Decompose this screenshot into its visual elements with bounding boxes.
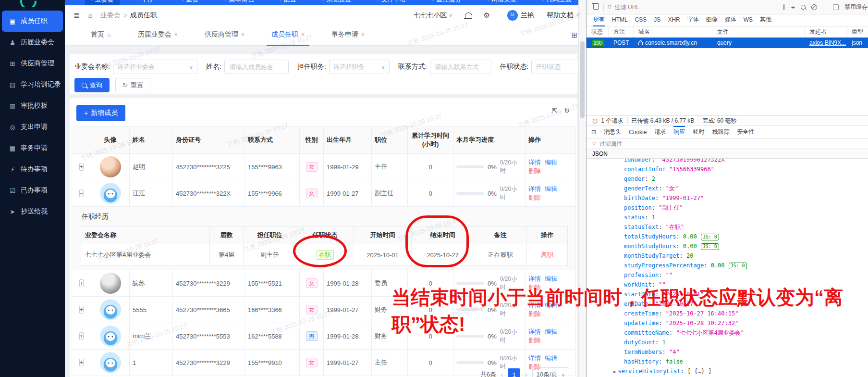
tab-response[interactable]: 响应 — [673, 126, 685, 138]
col-type[interactable]: 类型 — [847, 26, 868, 38]
name-input[interactable] — [229, 63, 284, 71]
tab-supplier-management[interactable]: 供应商管理× — [200, 25, 249, 46]
topmenu-item-system-settings[interactable]: ▫系统设置 — [317, 0, 357, 5]
expand-toggle[interactable]: + — [79, 279, 84, 287]
fullscreen-icon[interactable]: ⇱ — [552, 107, 558, 114]
json-prop[interactable]: gender: 2 — [587, 174, 868, 184]
delete-link[interactable]: 删除 — [528, 337, 541, 344]
expand-toggle[interactable]: + — [79, 163, 84, 171]
url-filter-input[interactable] — [614, 3, 688, 11]
block-icon[interactable] — [811, 4, 817, 10]
topmenu-item-committee[interactable]: ▫业委会 — [85, 0, 120, 5]
network-request-row[interactable]: 200 POST console.smartxfjy.cn query axio… — [587, 38, 868, 48]
delete-link[interactable]: 删除 — [528, 194, 541, 201]
detail-link[interactable]: 详情 — [528, 275, 541, 282]
page-number[interactable]: 1 — [508, 368, 520, 377]
search-icon[interactable] — [801, 5, 806, 10]
add-member-button[interactable]: +新增成员 — [76, 105, 125, 121]
col-status[interactable]: 状态 — [587, 26, 609, 38]
filter-tab-all[interactable]: 所有 — [593, 13, 605, 26]
dock-icon[interactable]: ⊡ — [591, 129, 596, 136]
detail-link[interactable]: 详情 — [528, 185, 541, 192]
duty-select[interactable]: 请选择职务∨ — [329, 60, 390, 74]
disable-cache-checkbox[interactable] — [833, 4, 839, 10]
sidebar-item-approval-templates[interactable]: ▥审批模板 — [2, 95, 63, 116]
topmenu-item-config[interactable]: ▫配置 — [274, 0, 302, 5]
delete-link[interactable]: 删除 — [528, 167, 541, 175]
tab-stacktrace[interactable]: 栈跟踪 — [712, 126, 729, 138]
col-initiator[interactable]: 发起者 — [805, 26, 847, 38]
detail-link[interactable]: 详情 — [528, 354, 541, 362]
contact-input[interactable] — [434, 63, 487, 71]
edit-link[interactable]: 编辑 — [545, 159, 557, 166]
tab-cookie[interactable]: Cookie — [629, 126, 647, 138]
close-icon[interactable]: × — [174, 31, 178, 38]
filter-tab-fonts[interactable]: 字体 — [687, 13, 699, 26]
json-prop[interactable]: totalStudyHours: 0.00JS: 0 — [587, 232, 868, 241]
tab-security[interactable]: 安全性 — [737, 126, 754, 138]
topmenu-item-file-center[interactable]: ▫文件中心 — [371, 0, 412, 5]
user-menu[interactable]: 兰兰艳 — [507, 10, 534, 21]
filter-tab-images[interactable]: 图像 — [706, 13, 718, 26]
col-domain[interactable]: 域名 — [634, 26, 712, 38]
json-prop[interactable]: position: "副主任" — [587, 203, 868, 213]
notification-bell-icon[interactable] — [465, 13, 472, 18]
edit-link[interactable]: 编辑 — [545, 275, 557, 282]
page-size-select[interactable]: 10条/页∨ — [532, 367, 569, 377]
breadcrumb-section[interactable]: 业委会 — [100, 11, 121, 20]
resign-link[interactable]: 离职 — [541, 251, 553, 258]
close-icon[interactable]: × — [301, 31, 305, 38]
topmenu-item-supervision[interactable]: ▫监督 — [176, 0, 205, 5]
help-doc-link[interactable]: 帮助文档《 — [547, 11, 580, 20]
json-prop[interactable]: hasHistory: false — [587, 357, 868, 366]
json-prop[interactable]: monthStudyTarget: 20 — [587, 251, 868, 261]
json-prop[interactable]: birthDate: "1999-01-27" — [587, 193, 868, 203]
scrollbar-thumb[interactable] — [580, 41, 585, 118]
gear-icon[interactable]: ⚙ — [484, 11, 490, 20]
sidebar-collapse-icon[interactable]: ≣ — [73, 11, 80, 20]
tab-layout-grid-icon[interactable]: ⊞ — [571, 31, 577, 39]
expand-toggle[interactable]: + — [79, 359, 84, 366]
filter-tab-html[interactable]: HTML — [612, 13, 628, 26]
edit-link[interactable]: 编辑 — [545, 185, 557, 192]
json-expandable-prop[interactable]: ▶serviceHistoryList: [ {…} ] — [587, 366, 868, 377]
filter-tab-other[interactable]: 其他 — [760, 13, 771, 26]
tab-headers[interactable]: 消息头 — [604, 126, 621, 138]
expand-triangle-icon[interactable]: ▶ — [613, 369, 616, 374]
sidebar-item-done[interactable]: ☑已办事项 — [2, 180, 63, 201]
json-prop[interactable]: profession: "" — [587, 270, 868, 280]
edit-link[interactable]: 编辑 — [545, 354, 557, 362]
json-prop[interactable]: termNumbers: "4" — [587, 347, 868, 357]
property-filter-input[interactable] — [599, 140, 672, 148]
json-prop[interactable]: studyProgressPercentage: 0.00JS: 0 — [587, 261, 868, 270]
json-prop[interactable]: statusText: "在职" — [587, 222, 868, 232]
tab-request[interactable]: 请求 — [654, 126, 666, 138]
expand-toggle[interactable]: + — [79, 332, 84, 340]
tab-past-committees[interactable]: 历届业委会× — [133, 25, 183, 46]
sidebar-item-supplier-management[interactable]: ⊞供应商管理 — [2, 53, 63, 74]
sidebar-item-past-committees[interactable]: ♟历届业委会 — [2, 32, 63, 53]
close-icon[interactable]: × — [361, 31, 365, 38]
add-icon[interactable]: + — [791, 3, 795, 11]
json-prop[interactable]: idNumber: "45273019990127322X" — [587, 159, 868, 164]
clear-requests-icon[interactable] — [593, 4, 599, 10]
detail-link[interactable]: 详情 — [528, 159, 541, 166]
pause-icon[interactable]: ∥ — [782, 4, 785, 10]
tab-affairs-request[interactable]: 事务申请× — [327, 25, 369, 46]
topmenu-item-monitor[interactable]: ▫监控服务 — [427, 0, 467, 5]
tab-timings[interactable]: 耗时 — [693, 126, 704, 138]
search-button[interactable]: 查询 — [74, 78, 110, 92]
close-icon[interactable]: × — [241, 31, 245, 38]
json-prop[interactable]: genderText: "女" — [587, 184, 868, 193]
sidebar-item-cc-to-me[interactable]: ➤抄送给我 — [2, 201, 63, 222]
json-prop[interactable]: contactInfo: "15566339966" — [587, 164, 868, 174]
col-file[interactable]: 文件 — [712, 26, 805, 38]
filter-tab-xhr[interactable]: XHR — [668, 13, 680, 26]
refresh-icon[interactable]: ↻ — [564, 107, 570, 114]
home-icon[interactable]: ⌂ — [88, 11, 93, 19]
json-prop[interactable]: status: 1 — [587, 213, 868, 222]
sidebar-item-study-records[interactable]: ▤学习培训记录 — [2, 74, 63, 95]
prev-page-icon[interactable]: ‹ — [501, 371, 503, 377]
json-prop[interactable]: dutyCount: 1 — [587, 338, 868, 347]
col-method[interactable]: 方法 — [609, 26, 634, 38]
